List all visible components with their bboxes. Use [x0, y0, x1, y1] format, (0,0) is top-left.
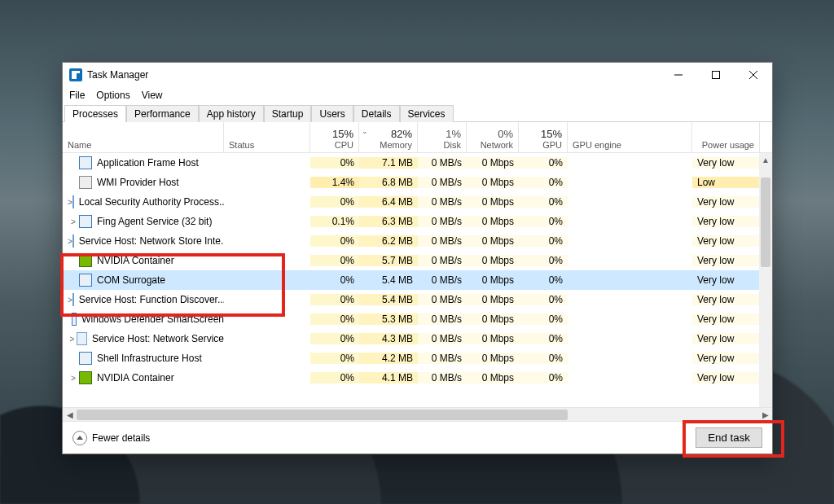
menu-options[interactable]: Options: [96, 90, 129, 101]
footer: Fewer details End task: [63, 421, 772, 454]
scroll-left-icon[interactable]: ◀: [63, 408, 77, 422]
process-icon: [72, 234, 74, 248]
cell-gpu: 0%: [519, 196, 568, 208]
process-row[interactable]: >NVIDIA Container0%4.1 MB0 MB/s0 Mbps0%V…: [63, 368, 772, 388]
scroll-up-icon[interactable]: ▲: [759, 153, 772, 167]
cell-disk: 0 MB/s: [418, 216, 467, 227]
header-power[interactable]: Power usage: [692, 122, 759, 152]
process-row[interactable]: >Local Security Authority Process...0%6.…: [63, 192, 772, 212]
cell-disk: 0 MB/s: [418, 157, 467, 169]
process-name: NVIDIA Container: [97, 255, 174, 266]
header-cpu[interactable]: 15%CPU: [310, 122, 359, 152]
header-memory[interactable]: ⌄82%Memory: [359, 122, 418, 152]
tab-users[interactable]: Users: [311, 105, 353, 122]
process-icon: [79, 215, 92, 228]
expand-icon[interactable]: >: [68, 374, 79, 383]
cell-memory: 5.3 MB: [359, 313, 418, 325]
tab-services[interactable]: Services: [400, 105, 454, 122]
header-network[interactable]: 0%Network: [467, 122, 519, 152]
tabstrip: ProcessesPerformanceApp historyStartupUs…: [63, 103, 772, 122]
expand-icon[interactable]: >: [68, 335, 77, 344]
process-row[interactable]: >Fing Agent Service (32 bit)0.1%6.3 MB0 …: [63, 212, 772, 231]
process-row[interactable]: WMI Provider Host1.4%6.8 MB0 MB/s0 Mbps0…: [63, 173, 772, 192]
header-gpu[interactable]: 15%GPU: [519, 122, 568, 152]
fewer-details-toggle[interactable]: Fewer details: [72, 431, 150, 445]
cell-cpu: 0.1%: [310, 216, 359, 227]
end-task-button[interactable]: End task: [696, 427, 762, 448]
cell-gpu: 0%: [519, 274, 568, 286]
cell-network: 0 Mbps: [467, 255, 519, 266]
process-row[interactable]: >Service Host: Network Store Inte...0%6.…: [63, 231, 772, 251]
cell-disk: 0 MB/s: [418, 196, 467, 208]
collapse-icon: [72, 431, 87, 445]
process-row[interactable]: >Service Host: Function Discover...0%5.4…: [63, 290, 772, 309]
process-icon: [79, 156, 92, 169]
cell-network: 0 Mbps: [467, 157, 519, 169]
cell-gpu: 0%: [519, 372, 568, 383]
process-name: WMI Provider Host: [97, 177, 179, 188]
app-icon: [69, 68, 82, 81]
tab-processes[interactable]: Processes: [64, 105, 126, 122]
svg-rect-1: [713, 72, 720, 79]
cell-gpu: 0%: [519, 255, 568, 266]
cell-cpu: 0%: [310, 235, 359, 247]
cell-memory: 7.1 MB: [359, 157, 418, 169]
cell-network: 0 Mbps: [467, 372, 519, 383]
process-row[interactable]: COM Surrogate0%5.4 MB0 MB/s0 Mbps0%Very …: [63, 270, 772, 290]
process-name: Application Frame Host: [97, 157, 199, 169]
scroll-thumb[interactable]: [761, 177, 770, 267]
process-row[interactable]: >Service Host: Network Service0%4.3 MB0 …: [63, 329, 772, 348]
horizontal-scrollbar[interactable]: ◀ ▶: [63, 407, 772, 421]
tab-performance[interactable]: Performance: [126, 105, 199, 122]
expand-icon[interactable]: >: [68, 217, 79, 226]
menu-file[interactable]: File: [69, 90, 85, 101]
process-row[interactable]: Windows Defender SmartScreen0%5.3 MB0 MB…: [63, 309, 772, 329]
cell-power: Very low: [692, 274, 759, 286]
minimize-button[interactable]: [660, 63, 697, 87]
cell-network: 0 Mbps: [467, 294, 519, 305]
header-gpu-engine[interactable]: GPU engine: [568, 122, 692, 152]
process-row[interactable]: Application Frame Host0%7.1 MB0 MB/s0 Mb…: [63, 153, 772, 173]
process-name: Service Host: Function Discover...: [79, 294, 224, 305]
process-icon: [79, 176, 92, 189]
cell-cpu: 0%: [310, 157, 359, 169]
header-disk[interactable]: 1%Disk: [418, 122, 467, 152]
cell-gpu: 0%: [519, 157, 568, 169]
cell-gpu: 0%: [519, 177, 568, 188]
titlebar[interactable]: Task Manager: [63, 63, 772, 87]
cell-memory: 4.2 MB: [359, 353, 418, 364]
cell-network: 0 Mbps: [467, 313, 519, 325]
hscroll-thumb[interactable]: [77, 410, 568, 420]
cell-network: 0 Mbps: [467, 235, 519, 247]
cell-gpu: 0%: [519, 313, 568, 325]
maximize-button[interactable]: [697, 63, 735, 87]
scroll-right-icon[interactable]: ▶: [758, 408, 772, 422]
process-row[interactable]: Shell Infrastructure Host0%4.2 MB0 MB/s0…: [63, 348, 772, 368]
cell-gpu: 0%: [519, 353, 568, 364]
cell-power: Low: [692, 177, 759, 188]
header-name[interactable]: Name: [63, 122, 224, 152]
tab-details[interactable]: Details: [353, 105, 400, 122]
tab-app-history[interactable]: App history: [199, 105, 264, 122]
menu-view[interactable]: View: [142, 90, 163, 101]
process-name: Shell Infrastructure Host: [97, 353, 202, 364]
vertical-scrollbar[interactable]: ▲: [759, 153, 772, 407]
cell-memory: 4.3 MB: [359, 333, 418, 344]
cell-memory: 4.1 MB: [359, 372, 418, 383]
cell-disk: 0 MB/s: [418, 177, 467, 188]
cell-network: 0 Mbps: [467, 177, 519, 188]
process-name: Local Security Authority Process...: [79, 196, 224, 208]
cell-cpu: 0%: [310, 353, 359, 364]
cell-network: 0 Mbps: [467, 333, 519, 344]
cell-power: Very low: [692, 235, 759, 247]
cell-cpu: 0%: [310, 255, 359, 266]
cell-power: Very low: [692, 196, 759, 208]
close-button[interactable]: [735, 63, 772, 87]
tab-startup[interactable]: Startup: [264, 105, 312, 122]
process-name: COM Surrogate: [97, 274, 165, 286]
process-row[interactable]: NVIDIA Container0%5.7 MB0 MB/s0 Mbps0%Ve…: [63, 251, 772, 270]
menubar: File Options View: [63, 87, 772, 103]
header-status[interactable]: Status: [224, 122, 310, 152]
cell-power: Very low: [692, 157, 759, 169]
cell-power: Very low: [692, 372, 759, 383]
